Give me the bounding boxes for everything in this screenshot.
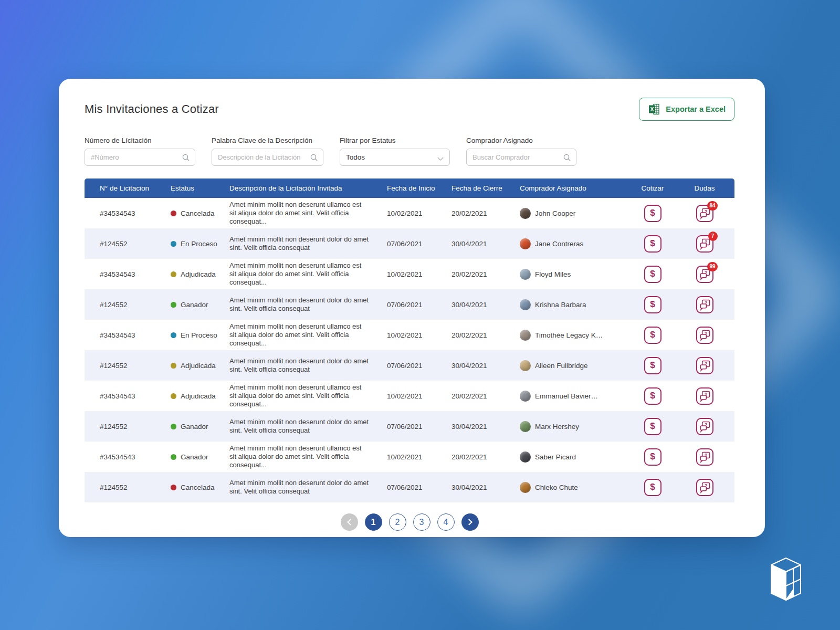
column-header-estatus: Estatus [158,184,222,192]
dollar-icon: $ [650,452,655,462]
cotizar-button[interactable]: $ [644,296,662,313]
cotizar-button[interactable]: $ [644,327,662,344]
status-label: Ganador [181,423,208,430]
status-label: Adjudicada [181,270,216,278]
pagination-next-button[interactable] [461,513,479,531]
avatar [520,421,531,432]
dudas-button[interactable]: ? [696,418,713,435]
export-excel-label: Exportar a Excel [666,105,726,113]
pagination-page-2[interactable]: 2 [389,513,406,531]
buyer-cell: Timothée Legacy K… [509,330,631,341]
status-cell: Ganador [158,301,222,309]
cotizar-button[interactable]: $ [644,235,662,253]
avatar [520,330,531,341]
cotizar-button[interactable]: $ [644,448,662,466]
estatus-select[interactable]: Todos [340,149,450,166]
numero-licitacion-field[interactable] [91,153,179,161]
buyer-name: Saber Picard [535,453,576,461]
buyer-cell: Emmanuel Bavier… [509,391,631,402]
cotizar-button[interactable]: $ [644,357,662,374]
end-date: 30/04/2021 [442,240,509,248]
dudas-button[interactable]: ? [696,387,713,405]
description-text: Amet minim mollit non deserunt dolor do … [222,479,379,496]
licitacion-number: #124552 [85,240,158,248]
status-label: En Proceso [181,331,217,339]
avatar [520,391,531,402]
export-excel-button[interactable]: X Exportar a Excel [639,98,734,121]
status-cell: Ganador [158,453,222,461]
status-cell: Adjudicada [158,392,222,400]
column-header-licitacion: N° de Licitacion [85,184,158,192]
filter-label-estatus: Filtrar por Estatus [340,136,450,144]
notification-badge: 84 [707,201,717,211]
search-icon [563,153,571,162]
dudas-button[interactable]: ?99 [696,266,713,283]
descripcion-input[interactable] [212,149,323,166]
status-label: Cancelada [181,209,215,217]
chevron-left-icon [347,519,354,526]
pagination-page-3[interactable]: 3 [413,513,430,531]
avatar [520,482,531,493]
descripcion-field[interactable] [218,153,307,161]
cotizar-button[interactable]: $ [644,387,662,405]
dudas-button[interactable]: ? [696,479,713,496]
cotizar-button[interactable]: $ [644,479,662,496]
chevron-down-icon [437,154,443,160]
buyer-name: Timothée Legacy K… [535,331,603,339]
dollar-icon: $ [650,299,655,310]
question-chat-icon: ? [699,481,711,494]
dudas-button[interactable]: ? [696,327,713,344]
licitacion-number: #124552 [85,301,158,309]
dudas-button[interactable]: ? [696,296,713,313]
licitacion-number: #124552 [85,362,158,370]
buyer-cell: Jane Contreras [509,238,631,249]
status-label: Ganador [181,453,208,461]
description-text: Amet minim mollit non deserunt dolor do … [222,296,379,313]
table-row: #124552GanadorAmet minim mollit non dese… [85,411,734,442]
buyer-name: Chieko Chute [535,484,578,491]
licitacion-number: #34534543 [85,331,158,339]
status-dot [171,302,176,308]
dudas-button[interactable]: ?7 [696,235,713,253]
start-date: 07/06/2021 [379,362,442,370]
numero-licitacion-input[interactable] [85,149,195,166]
comprador-field[interactable] [472,153,560,161]
page-title: Mis Invitaciones a Cotizar [85,102,219,116]
start-date: 10/02/2021 [379,270,442,278]
description-text: Amet minim mollit non deserunt ullamco e… [222,261,379,287]
filter-label-numero: Número de Lícitación [85,136,195,144]
question-chat-icon: ? [699,390,711,402]
cotizar-button[interactable]: $ [644,205,662,222]
buyer-name: Marx Hershey [535,423,579,430]
excel-icon: X [648,103,660,116]
status-label: En Proceso [181,240,217,248]
dudas-button[interactable]: ?84 [696,205,713,222]
cotizar-button[interactable]: $ [644,418,662,435]
buyer-cell: Aileen Fullbridge [509,360,631,371]
status-label: Adjudicada [181,392,216,400]
buyer-name: Floyd Miles [535,270,571,278]
dudas-button[interactable]: ? [696,357,713,374]
status-cell: Cancelada [158,484,222,491]
dollar-icon: $ [650,208,655,218]
cotizar-button[interactable]: $ [644,266,662,283]
end-date: 30/04/2021 [442,301,509,309]
comprador-input[interactable] [466,149,576,166]
svg-text:X: X [650,106,654,112]
status-cell: Ganador [158,423,222,430]
avatar [520,299,531,310]
description-text: Amet minim mollit non deserunt ullamco e… [222,444,379,469]
question-chat-icon: ? [699,451,711,463]
start-date: 07/06/2021 [379,423,442,430]
pagination-prev-button[interactable] [341,513,358,531]
buyer-name: Krishna Barbara [535,301,586,309]
column-header-descripcion: Descripción de la Licitación Invitada [222,184,379,192]
question-chat-icon: ? [699,238,711,250]
buyer-cell: Marx Hershey [509,421,631,432]
dudas-button[interactable]: ? [696,448,713,466]
table-row: #34534543En ProcesoAmet minim mollit non… [85,320,734,350]
buyer-name: John Cooper [535,209,575,217]
pagination-page-4[interactable]: 4 [437,513,455,531]
pagination-page-1[interactable]: 1 [365,513,382,531]
dollar-icon: $ [650,360,655,371]
